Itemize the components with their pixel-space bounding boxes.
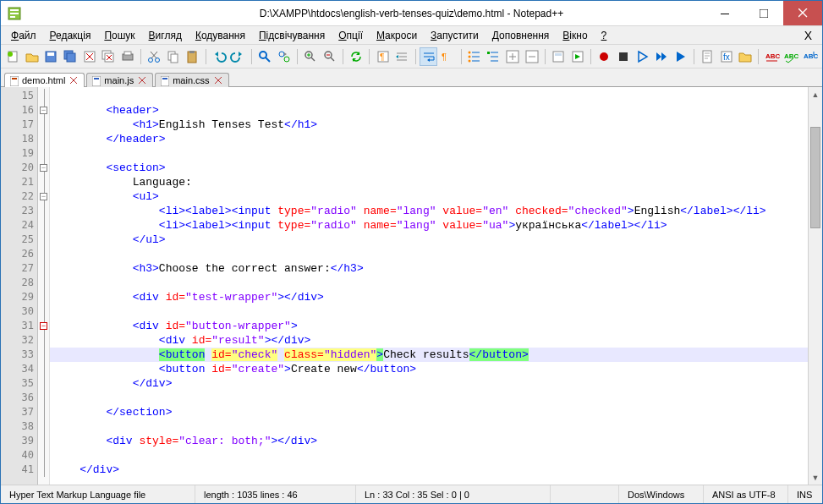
file-tab-demo-html[interactable]: demo.html [4, 73, 85, 87]
fold-marker[interactable] [38, 233, 49, 247]
editor[interactable]: 1516171819202122232425262728293031323334… [1, 87, 822, 485]
zoom-in-button[interactable] [302, 47, 320, 66]
menu-вигляд[interactable]: Вигляд [144, 28, 187, 43]
maximize-button[interactable] [744, 1, 783, 25]
menu-доповнення[interactable]: Доповнення [487, 28, 555, 43]
fold-marker[interactable] [38, 304, 49, 319]
menu-опції[interactable]: Опції [333, 28, 368, 43]
code-line[interactable]: </ul> [50, 233, 808, 247]
fold-marker[interactable] [38, 333, 49, 348]
scroll-thumb[interactable] [810, 127, 820, 228]
code-line[interactable]: <div id="result"></div> [50, 333, 808, 348]
abc3-button[interactable]: ABC [801, 47, 819, 66]
code-line[interactable] [50, 448, 808, 463]
code-line[interactable]: <section> [50, 161, 808, 175]
code-line[interactable]: <h3>Choose the correct answer:</h3> [50, 261, 808, 276]
fold-marker[interactable] [38, 376, 49, 391]
find-button[interactable] [256, 47, 274, 66]
list2-button[interactable] [485, 47, 502, 66]
undo-button[interactable] [211, 47, 228, 66]
code-line[interactable] [50, 247, 808, 261]
play2-button[interactable] [672, 47, 689, 66]
paste-button[interactable] [184, 47, 201, 66]
code-line[interactable]: <button id="create">Create new</button> [50, 362, 808, 376]
fold-marker[interactable] [38, 348, 49, 362]
menu-запустити[interactable]: Запустити [425, 28, 484, 43]
menu-макроси[interactable]: Макроси [371, 28, 422, 43]
fold-marker[interactable] [38, 419, 49, 434]
code-line[interactable]: Language: [50, 175, 808, 189]
menu-кодування[interactable]: Кодування [190, 28, 250, 43]
func-button[interactable]: fx [717, 47, 735, 66]
fold-marker[interactable] [38, 276, 49, 290]
menu-редакція[interactable]: Редакція [45, 28, 96, 43]
menu-вікно[interactable]: Вікно [557, 28, 592, 43]
code-line[interactable]: <div id="test-wrapper"></div> [50, 290, 808, 304]
code-line[interactable]: </header> [50, 132, 808, 146]
fold-marker[interactable] [38, 448, 49, 463]
code-line[interactable] [50, 391, 808, 405]
vertical-scrollbar[interactable]: ▲ ▼ [808, 87, 822, 485]
fold-marker[interactable] [38, 247, 49, 261]
dir-button[interactable] [568, 47, 586, 66]
code-line[interactable]: <div id="button-wrapper"> [50, 319, 808, 333]
copy-button[interactable] [165, 47, 183, 66]
code-line[interactable] [50, 276, 808, 290]
code-line[interactable] [50, 89, 808, 103]
wrap-button[interactable] [420, 47, 437, 66]
close-button[interactable] [80, 47, 98, 66]
save-button[interactable] [42, 47, 60, 66]
save-all-button[interactable] [62, 47, 80, 66]
mdi-close-button[interactable]: X [799, 29, 817, 42]
stop-button[interactable] [614, 47, 632, 66]
fold-marker[interactable] [38, 362, 49, 376]
fold-marker[interactable] [38, 132, 49, 146]
fold-marker[interactable] [38, 391, 49, 405]
abc-button[interactable]: ABC [763, 47, 781, 66]
code-line[interactable]: <div style="clear: both;"></div> [50, 434, 808, 448]
play-button[interactable] [634, 47, 651, 66]
list1-button[interactable] [466, 47, 484, 66]
code-line[interactable]: <button id="check" class="hidden">Check … [50, 348, 808, 362]
fold-marker[interactable]: − [38, 103, 49, 118]
code-line[interactable] [50, 419, 808, 434]
fast-button[interactable] [653, 47, 671, 66]
code-line[interactable]: </div> [50, 463, 808, 477]
cut-button[interactable] [145, 47, 163, 66]
tab-close-icon[interactable] [137, 75, 147, 85]
fold-marker[interactable]: − [38, 161, 49, 175]
wrap2-button[interactable]: ¶ [439, 47, 457, 66]
fold-marker[interactable] [38, 89, 49, 103]
hide-button[interactable] [550, 47, 568, 66]
sync-button[interactable] [348, 47, 365, 66]
menu-підсвічування[interactable]: Підсвічування [254, 28, 330, 43]
code-line[interactable]: <li><label><input type="radio" name="lan… [50, 204, 808, 218]
fold-marker[interactable] [38, 290, 49, 304]
fold-marker[interactable]: − [38, 189, 49, 204]
fold-marker[interactable] [38, 463, 49, 477]
code-line[interactable]: <header> [50, 103, 808, 118]
file-tab-main-css[interactable]: main.css [155, 73, 228, 87]
tab-close-icon[interactable] [69, 75, 79, 85]
doc-map-button[interactable] [699, 47, 716, 66]
menu-?[interactable]: ? [596, 28, 612, 43]
code-line[interactable]: </div> [50, 376, 808, 391]
fold-marker[interactable] [38, 405, 49, 419]
code-line[interactable] [50, 146, 808, 161]
fold-marker[interactable] [38, 204, 49, 218]
code-line[interactable]: <ul> [50, 189, 808, 204]
code-line[interactable]: <h1>English Tenses Test</h1> [50, 118, 808, 132]
unfold-button[interactable] [523, 47, 540, 66]
abc2-button[interactable]: ABC [782, 47, 800, 66]
indent-button[interactable] [393, 47, 411, 66]
fold-marker[interactable] [38, 434, 49, 448]
fold-marker[interactable]: − [38, 319, 49, 333]
fold-marker[interactable] [38, 118, 49, 132]
file-tab-main-js[interactable]: main.js [86, 73, 153, 87]
fold-marker[interactable] [38, 175, 49, 189]
tab-close-icon[interactable] [213, 75, 223, 85]
scroll-up-button[interactable]: ▲ [809, 87, 822, 101]
folder-button[interactable] [737, 47, 754, 66]
menu-пошук[interactable]: Пошук [99, 28, 140, 43]
ws-button[interactable]: ¶ [374, 47, 392, 66]
